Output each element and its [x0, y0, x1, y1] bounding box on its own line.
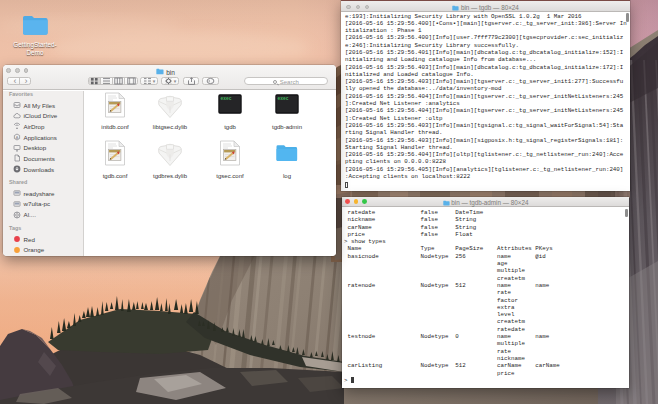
svg-text:exec: exec: [278, 96, 289, 101]
svg-text:A: A: [16, 135, 19, 140]
svg-text:exec: exec: [221, 96, 232, 101]
